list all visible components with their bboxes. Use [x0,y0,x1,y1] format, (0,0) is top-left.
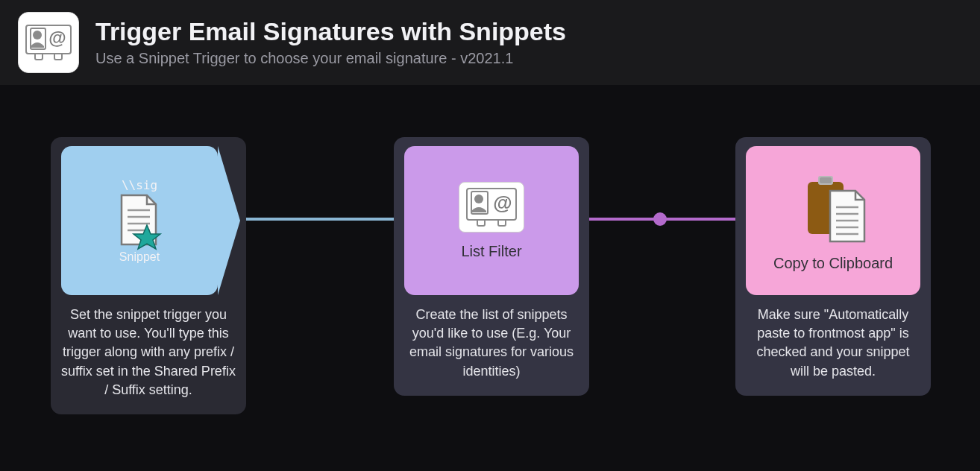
snippet-tile-label: Snippet [119,250,160,264]
clipboard-document-icon [797,170,869,244]
workflow-header: @ Trigger Email Signatures with Snippets… [0,0,980,85]
svg-rect-14 [820,177,832,183]
svg-text:@: @ [48,28,66,48]
snippet-document-star-icon [114,192,165,250]
listfilter-tile[interactable]: @ List Filter [404,146,579,295]
workflow-title: Trigger Email Signatures with Snippets [95,18,566,45]
clipboard-tile-label: Copy to Clipboard [773,255,893,272]
contacts-at-icon: @ [25,24,72,61]
connector-snippet-to-listfilter [240,218,404,221]
connector-junction-dot [653,212,667,226]
listfilter-description: Create the list of snippets you'd like t… [404,306,579,381]
header-titles: Trigger Email Signatures with Snippets U… [95,18,566,67]
svg-point-1 [33,31,42,39]
workflow-canvas[interactable]: \\sig Snippet Set the snippet trigger yo… [0,85,980,471]
clipboard-tile[interactable]: Copy to Clipboard [746,146,920,295]
node-card-listfilter[interactable]: @ List Filter Create the list of snippet… [394,137,589,396]
svg-point-9 [474,195,483,203]
workflow-subtitle: Use a Snippet Trigger to choose your ema… [95,50,566,67]
snippet-trigger-text: \\sig [122,178,157,192]
node-card-clipboard[interactable]: Copy to Clipboard Make sure "Automatical… [735,137,931,396]
node-card-snippet[interactable]: \\sig Snippet Set the snippet trigger yo… [51,137,246,414]
snippet-tile[interactable]: \\sig Snippet [61,146,218,295]
listfilter-tile-label: List Filter [461,243,521,260]
workflow-icon: @ [18,12,79,73]
svg-text:@: @ [493,192,512,214]
contacts-at-icon: @ [465,187,518,227]
clipboard-description: Make sure "Automatically paste to frontm… [746,306,920,381]
snippet-description: Set the snippet trigger you want to use.… [61,306,236,399]
